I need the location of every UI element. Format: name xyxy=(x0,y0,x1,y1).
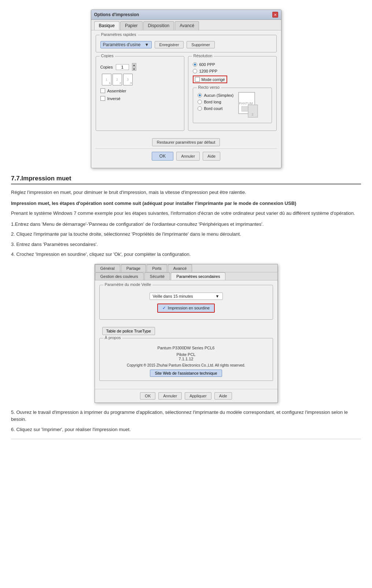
dropdown-arrow-icon: ▼ xyxy=(145,42,149,47)
resolution-1200-radio[interactable] xyxy=(193,69,197,73)
pages-icon: 1 1 2 2 3 3 xyxy=(102,74,180,85)
para1: Réglez l'impression en muet, pour diminu… xyxy=(11,189,361,196)
tab-disposition[interactable]: Disposition xyxy=(143,21,174,30)
params-dropdown-value: Paramètres d'usine xyxy=(103,42,141,47)
help-button-2[interactable]: Aide xyxy=(214,392,232,400)
simplex-row: Aucun (Simplex) xyxy=(198,93,234,98)
tab-avance[interactable]: Avancé xyxy=(175,21,199,30)
mode-corrige-highlight: Mode corrigé xyxy=(193,76,227,83)
page-icon-1: 1 1 xyxy=(102,74,111,85)
section-title: 7.7.Impression muet xyxy=(11,175,361,184)
resolution-group: Résolution 600 PPP 1200 PPP M xyxy=(188,56,277,131)
copies-field-label: Copies xyxy=(100,65,113,69)
tab-avance[interactable]: Avancé xyxy=(168,264,192,272)
mode-corrige-checkbox[interactable] xyxy=(195,77,200,82)
bord-court-label: Bord court xyxy=(204,106,223,111)
mode-corrige-label: Mode corrigé xyxy=(202,77,225,82)
print-options-dialog[interactable]: Options d'impression ✕ Basique Papier Di… xyxy=(91,10,281,168)
inverse-label: Inversé xyxy=(107,96,121,101)
page-icon-2: 2 2 xyxy=(113,74,122,85)
recto-preview: PANTUM 2 xyxy=(238,92,260,119)
cancel-button-2[interactable]: Annuler xyxy=(158,392,182,400)
para3: Prenant le système Windows 7 comme exemp… xyxy=(11,210,361,217)
tab-partage[interactable]: Partage xyxy=(121,264,146,272)
cancel-button[interactable]: Annuler xyxy=(176,152,200,161)
veille-group: Paramètre du mode Veille Veille dans 15 … xyxy=(99,285,273,320)
bord-long-radio[interactable] xyxy=(198,100,202,104)
dialog2-tabs: Général Partage Ports Avancé xyxy=(95,264,277,272)
copies-input[interactable] xyxy=(116,64,129,70)
resolution-600-radio[interactable] xyxy=(193,62,197,67)
site-web-button[interactable]: Site Web de l'assistance technique xyxy=(150,370,222,377)
step2: 2. Cliquez l'imprimante par la touche dr… xyxy=(11,231,361,238)
copies-down-icon[interactable]: ▼ xyxy=(132,67,136,71)
page-icon-3: 3 3 xyxy=(123,74,133,85)
bottom-divider xyxy=(11,439,361,439)
assemble-label: Assembler xyxy=(107,89,126,93)
copies-resolution-row: Copies Copies ▲ ▼ 1 1 xyxy=(96,56,277,135)
veille-label: Paramètre du mode Veille xyxy=(103,282,153,287)
resolution-1200-label: 1200 PPP xyxy=(199,69,218,73)
step3: 3. Entrez dans 'Paramètres secondaires'. xyxy=(11,241,361,248)
ok-button[interactable]: OK xyxy=(152,152,173,161)
quick-params-row: Paramètres d'usine ▼ Enregistrer Supprim… xyxy=(100,41,272,48)
impression-sourdine-label: Impression en sourdine xyxy=(168,306,210,310)
delete-button[interactable]: Supprimer xyxy=(187,41,215,48)
restore-button[interactable]: Restaurer paramètres par défaut xyxy=(152,138,220,146)
copies-up-icon[interactable]: ▲ xyxy=(132,63,136,67)
tab-papier[interactable]: Papier xyxy=(120,21,143,30)
dialog2-footer: OK Annuler Appliquer Aide xyxy=(95,389,277,403)
ok-button-2[interactable]: OK xyxy=(140,392,155,400)
tab-params-secondaires[interactable]: Paramètres secondaires xyxy=(171,272,225,280)
copies-input-row: Copies ▲ ▼ xyxy=(100,63,180,71)
bord-long-row: Bord long xyxy=(198,100,234,104)
dialog2-tabs-row2: Gestion des couleurs Sécurité Paramètres… xyxy=(95,272,277,280)
copyright-label: Copyright ® 2015 Zhuhai Pantum Electroni… xyxy=(103,363,269,367)
save-button[interactable]: Enregistrer xyxy=(155,41,184,48)
simplex-label: Aucun (Simplex) xyxy=(204,93,234,98)
tab-basique[interactable]: Basique xyxy=(94,21,119,30)
params-dropdown[interactable]: Paramètres d'usine ▼ xyxy=(100,41,152,48)
close-icon[interactable]: ✕ xyxy=(272,12,278,18)
step1: 1.Entrez dans 'Menu de démarrage'-'Panne… xyxy=(11,221,361,228)
table-police-button[interactable]: Table de police TrueType xyxy=(102,327,155,335)
mode-corrige-row: Mode corrigé xyxy=(193,76,272,83)
copies-label: Copies xyxy=(100,54,115,58)
step6: 6. Cliquez sur 'Imprimer', pour réaliser… xyxy=(11,426,361,433)
tab-gestion-couleurs[interactable]: Gestion des couleurs xyxy=(95,272,144,280)
resolution-label: Résolution xyxy=(192,54,214,58)
driver-label: Pilote PCL xyxy=(103,352,269,357)
dialog-tabs: Basique Papier Disposition Avancé xyxy=(91,20,281,30)
tab-general[interactable]: Général xyxy=(95,264,120,272)
product-name: Pantum P3300DW Series PCL6 xyxy=(103,346,269,350)
inverse-checkbox[interactable] xyxy=(100,96,105,101)
recto-verso-group: Recto verso Aucun (Simplex) B xyxy=(193,88,272,123)
printer-properties-dialog[interactable]: Général Partage Ports Avancé Gestion des… xyxy=(95,264,278,403)
dialog2-body: Paramètre du mode Veille Veille dans 15 … xyxy=(95,280,277,389)
resolution-1200-row: 1200 PPP xyxy=(193,69,272,73)
para2-bold: Impression muet, les étapes d'opération … xyxy=(11,200,361,207)
assemble-row: Assembler xyxy=(100,88,180,93)
apropos-label: À propos xyxy=(103,335,122,340)
quick-params-label: Paramètres rapides xyxy=(100,32,138,37)
quick-params-group: Paramètres rapides Paramètres d'usine ▼ … xyxy=(96,35,277,52)
dialog-titlebar: Options d'impression ✕ xyxy=(91,10,281,20)
bord-long-label: Bord long xyxy=(204,100,221,104)
simplex-radio[interactable] xyxy=(198,93,202,98)
impression-sourdine-button[interactable]: ✓ Impression en sourdine xyxy=(157,304,215,313)
assemble-checkbox[interactable] xyxy=(100,88,105,93)
inverse-row: Inversé xyxy=(100,96,180,101)
copies-group: Copies Copies ▲ ▼ 1 1 xyxy=(96,56,184,131)
dialog-title: Options d'impression xyxy=(94,12,139,17)
step4: 4. Crochez 'Impression en sourdine', cli… xyxy=(11,251,361,258)
apply-button[interactable]: Appliquer xyxy=(185,392,211,400)
impression-sourdine-check: ✓ xyxy=(162,306,166,310)
bord-court-radio[interactable] xyxy=(198,106,202,111)
veille-dropdown[interactable]: Veille dans 15 minutes ▼ xyxy=(150,293,223,300)
apropos-group: À propos Pantum P3300DW Series PCL6 Pilo… xyxy=(99,338,273,381)
tab-ports[interactable]: Ports xyxy=(147,264,167,272)
help-button[interactable]: Aide xyxy=(203,152,220,161)
resolution-600-label: 600 PPP xyxy=(199,62,215,67)
veille-dropdown-value: Veille dans 15 minutes xyxy=(153,294,193,298)
tab-securite[interactable]: Sécurité xyxy=(144,272,170,280)
